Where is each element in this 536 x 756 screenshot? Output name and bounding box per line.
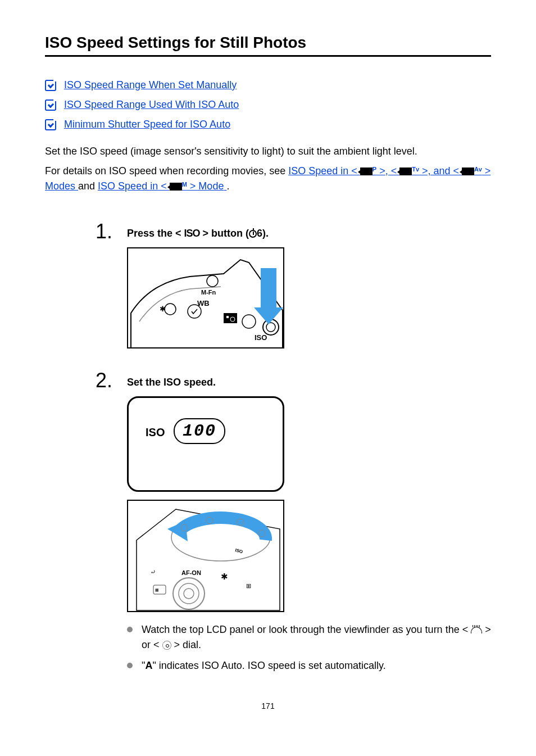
check-icon bbox=[45, 99, 56, 111]
svg-text:⤾: ⤾ bbox=[151, 568, 156, 575]
note-iso-auto: "A" indicates ISO Auto. ISO speed is set… bbox=[127, 658, 491, 673]
table-of-contents: ISO Speed Range When Set Manually ISO Sp… bbox=[45, 79, 491, 130]
link-text: ISO Speed in < bbox=[288, 165, 360, 176]
svg-text:AF-ON: AF-ON bbox=[181, 569, 201, 576]
intro-text: . bbox=[226, 180, 229, 192]
text: > dial. bbox=[171, 639, 202, 650]
illustration-lcd-panel: ISO 100 bbox=[127, 396, 284, 492]
step-1: 1. Press the < ISO > button (6). M-Fn ✱ … bbox=[96, 228, 491, 348]
note-watch-lcd: Watch the top LCD panel or look through … bbox=[127, 622, 491, 653]
step-number: 1. bbox=[96, 220, 112, 243]
link-text: >, and < bbox=[419, 165, 462, 176]
mode-av-superscript: Av bbox=[474, 166, 482, 173]
step-2: 2. Set the ISO speed. ISO 100 ISO bbox=[96, 377, 491, 673]
svg-point-2 bbox=[165, 304, 176, 315]
illustration-iso-button: M-Fn ✱ WB ISO bbox=[127, 247, 284, 348]
quick-control-dial-icon bbox=[162, 641, 171, 650]
intro-text: For details on ISO speed when recording … bbox=[45, 165, 288, 176]
iso-icon: ISO bbox=[184, 228, 200, 239]
mode-m-superscript: M bbox=[182, 181, 187, 188]
step-2-notes: Watch the top LCD panel or look through … bbox=[127, 622, 491, 673]
svg-point-9 bbox=[242, 315, 256, 328]
toc-item: ISO Speed Range When Set Manually bbox=[45, 79, 491, 91]
check-icon bbox=[45, 80, 56, 91]
svg-text:WB: WB bbox=[197, 299, 210, 307]
toc-item: Minimum Shutter Speed for ISO Auto bbox=[45, 119, 491, 130]
intro-text: and bbox=[78, 180, 98, 192]
svg-point-0 bbox=[207, 275, 218, 287]
text: ). bbox=[262, 228, 269, 239]
svg-text:▦: ▦ bbox=[155, 588, 159, 592]
steps-list: 1. Press the < ISO > button (6). M-Fn ✱ … bbox=[96, 228, 491, 673]
timer-number: 6 bbox=[257, 228, 262, 239]
step-1-title: Press the < ISO > button (6). bbox=[127, 228, 491, 239]
movie-icon bbox=[360, 168, 373, 175]
svg-text:ISO: ISO bbox=[255, 333, 267, 342]
lcd-iso-label: ISO bbox=[146, 426, 165, 439]
mode-p-superscript: P bbox=[373, 166, 376, 173]
svg-text:M-Fn: M-Fn bbox=[201, 289, 216, 296]
main-dial-icon bbox=[471, 627, 482, 633]
link-text: > Mode bbox=[187, 180, 224, 192]
svg-text:✱: ✱ bbox=[221, 572, 228, 581]
text: " indicates ISO Auto. ISO speed is set a… bbox=[152, 660, 385, 671]
step-2-title: Set the ISO speed. bbox=[127, 377, 491, 388]
step-number: 2. bbox=[96, 369, 112, 392]
link-text: >, < bbox=[376, 165, 399, 176]
toc-link-min-shutter[interactable]: Minimum Shutter Speed for ISO Auto bbox=[64, 119, 230, 130]
movie-icon bbox=[399, 168, 412, 175]
page-title: ISO Speed Settings for Still Photos bbox=[45, 34, 491, 57]
intro-paragraph-2: For details on ISO speed when recording … bbox=[45, 164, 491, 194]
link-iso-movie-m-mode[interactable]: ISO Speed in < M > Mode bbox=[98, 180, 226, 192]
mode-tv-superscript: Tv bbox=[412, 166, 419, 173]
text: Watch the top LCD panel or look through … bbox=[142, 624, 471, 635]
page-number: 171 bbox=[45, 701, 491, 710]
toc-link-auto-range[interactable]: ISO Speed Range Used With ISO Auto bbox=[64, 99, 239, 111]
intro-paragraph-1: Set the ISO speed (image sensor's sensit… bbox=[45, 144, 491, 159]
auto-a-icon: A bbox=[145, 660, 152, 671]
toc-link-manual-range[interactable]: ISO Speed Range When Set Manually bbox=[64, 79, 237, 91]
check-icon bbox=[45, 119, 56, 130]
text: > button ( bbox=[200, 228, 249, 239]
svg-text:✱: ✱ bbox=[160, 305, 166, 313]
toc-item: ISO Speed Range Used With ISO Auto bbox=[45, 99, 491, 111]
lcd-iso-value: 100 bbox=[174, 418, 225, 444]
svg-rect-7 bbox=[226, 316, 229, 318]
illustration-dial: ISO ▦ ⤾ AF-ON ✱ ⊞ bbox=[127, 500, 284, 612]
movie-icon bbox=[462, 168, 474, 175]
movie-icon bbox=[170, 183, 182, 191]
link-text: ISO Speed in < bbox=[98, 180, 170, 192]
text: Press the < bbox=[127, 228, 184, 239]
timer-icon bbox=[249, 230, 257, 238]
svg-text:⊞: ⊞ bbox=[246, 582, 251, 589]
